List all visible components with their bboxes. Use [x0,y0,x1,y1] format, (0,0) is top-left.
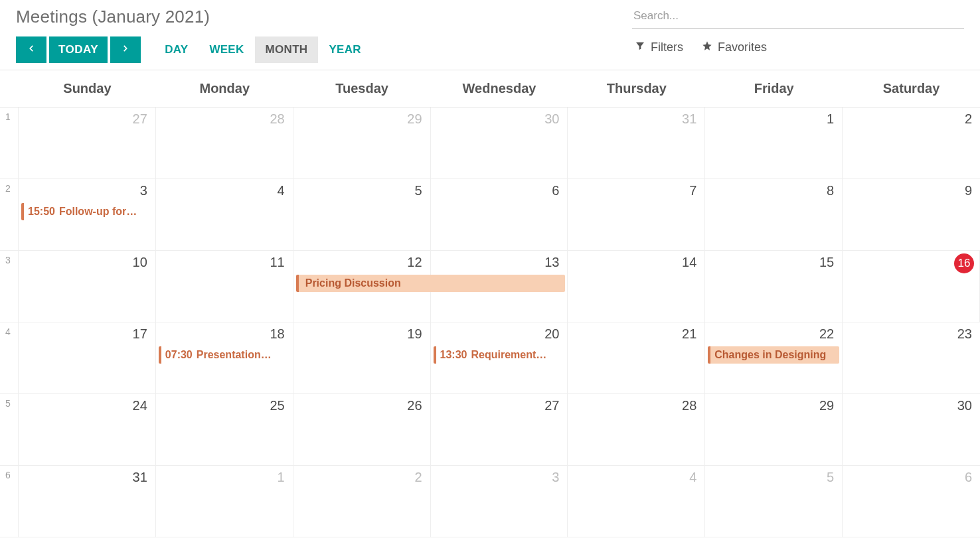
calendar-cell[interactable]: 29 [705,394,843,465]
calendar-cell[interactable]: 22Changes in Designing [705,322,843,393]
arrow-right-icon [121,43,130,56]
calendar-cell[interactable]: 1 [156,466,293,537]
calendar-cell[interactable]: 6 [431,179,568,250]
dow-thursday: Thursday [568,70,705,107]
view-day-button[interactable]: DAY [154,36,199,63]
calendar-cell[interactable]: 15 [705,251,843,322]
today-button[interactable]: TODAY [49,36,108,63]
week-number: 1 [0,107,19,178]
day-number: 8 [827,183,834,198]
week-number: 6 [0,466,19,537]
calendar-cell[interactable]: 31 [19,466,156,537]
day-number: 9 [965,183,972,198]
week-number: 3 [0,251,19,322]
calendar-cell[interactable]: 1 [705,107,843,178]
favorites-label: Favorites [718,40,767,54]
calendar-header-row: Sunday Monday Tuesday Wednesday Thursday… [0,70,980,107]
calendar-cell[interactable]: 1807:30Presentation… [156,322,293,393]
day-number: 27 [133,111,147,127]
calendar-event[interactable]: 07:30Presentation… [159,346,290,364]
day-number: 18 [270,326,284,342]
view-week-button[interactable]: WEEK [199,36,254,63]
day-number: 3 [552,470,559,485]
calendar-cell[interactable]: 19 [293,322,431,393]
calendar-cell[interactable]: 4 [156,179,293,250]
next-button[interactable] [110,36,141,63]
event-title: Requirement… [471,349,546,361]
calendar-event[interactable]: Changes in Designing [708,346,839,364]
calendar-cell[interactable]: 7 [568,179,705,250]
day-number: 23 [957,326,972,342]
search-input[interactable] [632,7,964,29]
calendar-cell[interactable]: 30 [431,107,568,178]
calendar-cell[interactable]: 6 [843,466,980,537]
week-number: 4 [0,322,19,393]
calendar-row: 310111213141516Pricing Discussion [0,251,980,322]
day-number: 29 [819,398,834,413]
calendar-cell[interactable]: 21 [568,322,705,393]
view-month-button[interactable]: MONTH [255,36,319,63]
calendar-cell[interactable]: 23 [843,322,980,393]
favorites-button[interactable]: Favorites [702,40,767,54]
view-switcher: DAY WEEK MONTH YEAR [154,36,372,63]
calendar-cell[interactable]: 28 [568,394,705,465]
event-title: Pricing Discussion [305,277,401,289]
day-number: 24 [133,398,147,413]
calendar-cell[interactable]: 2 [293,466,431,537]
calendar-cell[interactable]: 2 [843,107,980,178]
calendar-cell[interactable]: 24 [19,394,156,465]
calendar-cell[interactable]: 5 [705,466,843,537]
calendar-cell[interactable]: 27 [431,394,568,465]
calendar-cell[interactable]: 3 [431,466,568,537]
day-number: 30 [544,111,559,127]
calendar-cell[interactable]: 14 [568,251,705,322]
calendar-cell[interactable]: 31 [568,107,705,178]
filters-label: Filters [651,40,683,54]
view-year-button[interactable]: YEAR [318,36,371,63]
dow-sunday: Sunday [19,70,156,107]
prev-button[interactable] [16,36,46,63]
week-number: 2 [0,179,19,250]
calendar-cell[interactable]: 11 [156,251,293,322]
calendar-row: 524252627282930 [0,394,980,466]
calendar-cell[interactable]: 9 [843,179,980,250]
calendar-cell[interactable]: 2013:30Requirement… [431,322,568,393]
day-number: 14 [682,255,696,270]
event-title: Presentation… [197,349,272,361]
calendar-cell[interactable]: 30 [843,394,980,465]
day-number: 16 [954,253,974,273]
cp-left: Meetings (January 2021) TODAY DAY WEEK [16,7,372,70]
event-title: Follow-up for… [59,206,137,218]
day-number: 10 [133,255,147,270]
calendar-cell[interactable]: 16 [843,251,980,322]
calendar-cell[interactable]: 4 [568,466,705,537]
calendar-cell[interactable]: 10 [19,251,156,322]
calendar-cell[interactable]: 27 [19,107,156,178]
dow-saturday: Saturday [843,70,980,107]
day-number: 28 [270,111,284,127]
calendar-cell[interactable]: 25 [156,394,293,465]
calendar-cell[interactable]: 315:50Follow-up for… [19,179,156,250]
events-area: Changes in Designing [705,346,842,365]
day-number: 4 [689,470,696,485]
calendar: Sunday Monday Tuesday Wednesday Thursday… [0,70,980,537]
calendar-cell[interactable]: 29 [293,107,431,178]
day-number: 5 [827,470,834,485]
dow-tuesday: Tuesday [293,70,431,107]
page-title: Meetings (January 2021) [16,7,372,27]
calendar-cell[interactable]: 8 [705,179,843,250]
calendar-event[interactable]: 15:50Follow-up for… [21,203,153,220]
day-number: 13 [544,255,559,270]
filters-button[interactable]: Filters [635,40,683,54]
day-number: 21 [682,326,696,342]
day-number: 15 [819,255,834,270]
day-number: 29 [407,111,422,127]
calendar-event[interactable]: 13:30Requirement… [434,346,565,364]
calendar-cell[interactable]: 17 [19,322,156,393]
calendar-cell[interactable]: 28 [156,107,293,178]
calendar-event-span[interactable]: Pricing Discussion [296,275,566,292]
dow-monday: Monday [156,70,293,107]
day-number: 27 [544,398,559,413]
calendar-cell[interactable]: 26 [293,394,431,465]
calendar-cell[interactable]: 5 [293,179,431,250]
